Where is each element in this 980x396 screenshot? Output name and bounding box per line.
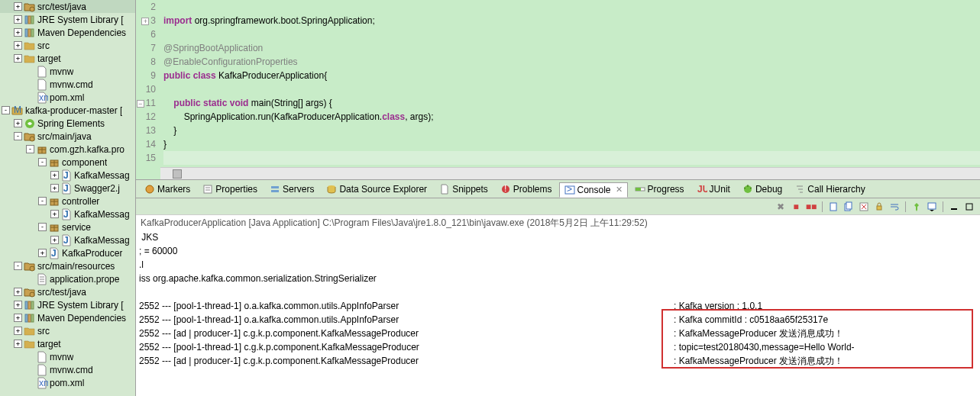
pin-button[interactable] (910, 201, 923, 213)
tab-snippets[interactable]: Snippets (434, 182, 493, 197)
console-line: 2552 --- [pool-1-thread-1] o.a.kafka.com… (139, 313, 977, 327)
tree-item[interactable]: mvnw (0, 65, 135, 78)
code-line[interactable]: public class KafkaProducerApplication{ (163, 69, 980, 82)
tree-item[interactable]: application.prope (0, 272, 135, 285)
tab-properties[interactable]: Properties (197, 182, 263, 197)
code-line[interactable]: import org.springframework.boot.SpringAp… (163, 14, 980, 27)
editor-hscroll[interactable] (160, 167, 980, 179)
min-button[interactable] (948, 201, 960, 213)
tab-markers[interactable]: Markers (139, 182, 196, 197)
tree-item[interactable]: +src/test/java (0, 285, 135, 298)
tree-item[interactable]: +JRE System Library [ (0, 298, 135, 311)
tree-expander[interactable]: - (14, 132, 22, 140)
view-tabs[interactable]: MarkersPropertiesServersData Source Expl… (136, 180, 980, 198)
tree-expander[interactable]: - (2, 106, 10, 114)
tree-item[interactable]: +src/test/java (0, 0, 135, 13)
word-wrap-button[interactable] (888, 201, 901, 213)
scroll-lock-button[interactable] (873, 201, 885, 213)
tree-item[interactable]: +src (0, 39, 135, 52)
tree-item[interactable]: +Maven Dependencies (0, 311, 135, 324)
tree-item[interactable]: -src/main/java (0, 130, 135, 143)
tree-expander[interactable]: + (14, 340, 22, 348)
svg-text:JU: JU (697, 184, 707, 195)
tree-item[interactable]: +Spring Elements (0, 117, 135, 130)
doc-button[interactable] (827, 201, 839, 213)
tab-progress[interactable]: Progress (629, 182, 690, 197)
tree-item[interactable]: mvnw (0, 350, 135, 363)
tree-expander[interactable]: + (14, 2, 22, 11)
max-button[interactable] (963, 201, 975, 213)
tree-expander[interactable]: - (14, 262, 22, 270)
doc-all-button[interactable] (843, 201, 855, 213)
code-line[interactable]: } (163, 137, 980, 151)
tree-expander[interactable]: + (14, 301, 22, 309)
code-line[interactable]: @SpringBootApplication (163, 41, 980, 55)
stop-button[interactable]: ■ (790, 201, 802, 213)
tree-item[interactable]: +JKafkaMessag (0, 208, 135, 221)
tree-expander[interactable]: - (38, 223, 47, 231)
tree-item[interactable]: xmlpom.xml (0, 376, 135, 389)
tree-expander[interactable]: + (50, 210, 59, 218)
tree-item[interactable]: +Maven Dependencies (0, 26, 135, 39)
tree-item[interactable]: +src (0, 324, 135, 337)
tree-expander[interactable]: + (14, 288, 22, 296)
tree-expander[interactable]: - (26, 145, 34, 153)
console-toolbar[interactable]: ✖■■■ (136, 198, 980, 215)
code-line[interactable]: @EnableConfigurationProperties (163, 55, 980, 69)
code-line[interactable]: } (163, 124, 980, 137)
tree-expander[interactable]: + (38, 249, 47, 257)
tree-item[interactable]: mvnw.cmd (0, 78, 135, 91)
dropdown-button[interactable] (926, 201, 938, 213)
tree-item[interactable]: +JKafkaMessag (0, 233, 135, 246)
tree-item[interactable]: +JKafkaMessag (0, 169, 135, 182)
tree-item[interactable]: +JKafkaProducer (0, 246, 135, 259)
tree-expander[interactable]: + (14, 28, 22, 37)
tree-item[interactable]: mvnw.cmd (0, 363, 135, 376)
code-line[interactable] (163, 27, 980, 41)
close-icon[interactable]: ✕ (616, 185, 623, 195)
console-output[interactable]: JKS; = 60000.liss org.apache.kafka.commo… (136, 229, 980, 396)
code-line[interactable] (163, 151, 980, 165)
tree-expander[interactable]: + (14, 15, 22, 24)
code-line[interactable] (163, 82, 980, 96)
editor-content[interactable]: import org.springframework.boot.SpringAp… (160, 0, 980, 179)
tree-expander[interactable]: - (38, 158, 47, 166)
code-editor[interactable]: 2+3678910−1112131415 import org.springfr… (136, 0, 980, 180)
tree-expander[interactable]: + (14, 41, 22, 50)
tree-item[interactable]: -Mkafka-producer-master [ (0, 104, 135, 117)
clear-button[interactable] (858, 201, 870, 213)
tree-expander[interactable]: + (14, 54, 22, 63)
code-line[interactable]: public static void main(String[] args) { (163, 96, 980, 110)
tab-servers[interactable]: Servers (264, 182, 319, 197)
svg-rect-5 (28, 29, 31, 37)
remove-launch-button[interactable]: ✖ (775, 201, 787, 213)
tab-debug[interactable]: Debug (737, 182, 788, 197)
tree-item[interactable]: xmlpom.xml (0, 91, 135, 104)
tree-expander[interactable]: + (14, 314, 22, 322)
project-explorer[interactable]: +src/test/java+JRE System Library [+Mave… (0, 0, 136, 396)
tree-expander[interactable]: + (50, 236, 59, 244)
tree-item[interactable]: +JRE System Library [ (0, 13, 135, 26)
tree-expander[interactable]: - (38, 197, 47, 205)
code-line[interactable]: SpringApplication.run(KafkaProducerAppli… (163, 110, 980, 124)
tab-problems[interactable]: !Problems (495, 182, 558, 197)
tree-expander[interactable]: + (50, 184, 59, 192)
stop-all-button[interactable]: ■■ (805, 201, 817, 213)
tab-junit[interactable]: JUJUnit (691, 182, 736, 197)
tree-item[interactable]: -controller (0, 195, 135, 208)
tab-console[interactable]: >Console✕ (559, 182, 628, 198)
tree-expander[interactable]: + (50, 171, 59, 179)
code-line[interactable] (163, 0, 980, 14)
tree-item[interactable]: -src/main/resources (0, 259, 135, 272)
scroll-thumb[interactable] (173, 169, 182, 179)
tab-data-source-explorer[interactable]: Data Source Explorer (321, 182, 432, 197)
tab-call-hierarchy[interactable]: Call Hierarchy (789, 182, 870, 197)
tree-item[interactable]: -service (0, 221, 135, 233)
tree-item[interactable]: +target (0, 52, 135, 65)
tree-item[interactable]: +target (0, 337, 135, 350)
tree-item[interactable]: -com.gzh.kafka.pro (0, 143, 135, 156)
tree-expander[interactable]: + (14, 327, 22, 335)
tree-item[interactable]: +JSwagger2.j (0, 182, 135, 195)
tree-expander[interactable]: + (14, 119, 22, 127)
tree-item[interactable]: -component (0, 156, 135, 169)
